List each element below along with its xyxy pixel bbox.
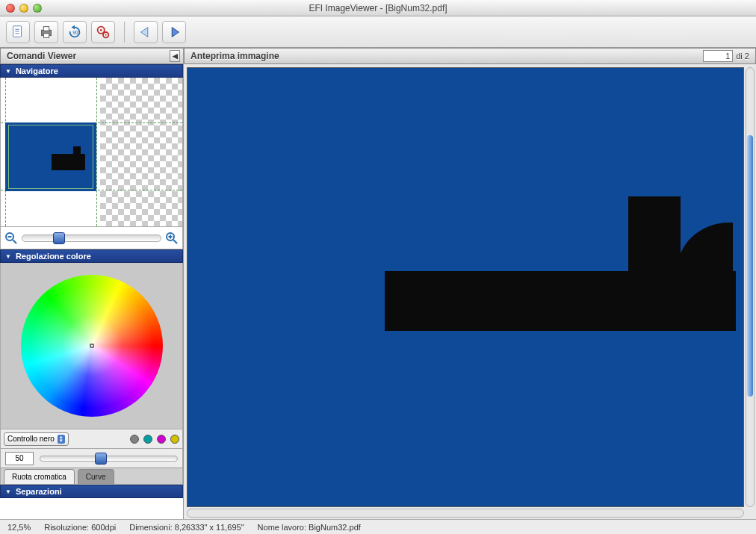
status-zoom: 12,5%: [7, 523, 31, 532]
disclosure-triangle-icon: ▼: [5, 488, 11, 495]
status-bar: 12,5% Risoluzione: 600dpi Dimensioni: 8,…: [0, 519, 756, 534]
page-number-input[interactable]: 1: [703, 50, 733, 62]
svg-line-16: [13, 240, 16, 243]
black-control-label: Controllo nero: [7, 435, 55, 443]
preview-canvas[interactable]: [187, 67, 744, 507]
zoom-in-icon: [165, 232, 179, 245]
color-wheel-cursor[interactable]: [90, 344, 93, 348]
color-value-input[interactable]: 50: [5, 452, 34, 465]
left-sidebar: Comandi Viewer ◀ ▼ Navigatore: [0, 48, 184, 519]
tab-color-wheel[interactable]: Ruota cromatica: [4, 469, 75, 484]
channel-dot-yellow[interactable]: [170, 435, 179, 444]
scrollbar-thumb[interactable]: [747, 135, 753, 397]
channel-dot-magenta[interactable]: [157, 435, 166, 444]
zoom-window-icon[interactable]: [33, 4, 42, 13]
toolbar-separator: [124, 22, 125, 43]
black-control-select[interactable]: Controllo nero ▲▼: [4, 432, 69, 446]
navigator-title: Navigatore: [16, 66, 58, 75]
settings-button[interactable]: [91, 21, 115, 43]
disclosure-triangle-icon: ▼: [5, 68, 11, 75]
select-arrows-icon: ▲▼: [58, 435, 65, 444]
page-content-shape: [628, 196, 681, 271]
zoom-out-icon: [4, 232, 18, 245]
svg-marker-14: [172, 27, 179, 37]
refresh-button[interactable]: 90°: [63, 21, 87, 43]
status-jobname: Nome lavoro: BigNum32.pdf: [258, 523, 361, 532]
window-title: EFI ImageViewer - [BigNum32.pdf]: [309, 3, 447, 13]
back-button[interactable]: [134, 21, 158, 43]
page-content-shape: [385, 271, 736, 331]
disclosure-triangle-icon: ▼: [5, 253, 11, 260]
zoom-slider-thumb[interactable]: [53, 232, 65, 244]
tab-curves[interactable]: Curve: [78, 469, 114, 484]
print-icon: [38, 24, 55, 40]
zoom-slider[interactable]: [22, 235, 161, 242]
preview-header: Anteprima immagine 1 di 2: [184, 48, 756, 64]
page-content-shape: [677, 223, 733, 275]
preview-canvas-area: [184, 64, 756, 519]
document-button[interactable]: [6, 21, 30, 43]
status-dimensions: Dimensioni: 8,26333" x 11,695": [129, 523, 244, 532]
gear-icon: [95, 24, 111, 40]
minimize-window-icon[interactable]: [19, 4, 28, 13]
page-total-label: di 2: [736, 52, 749, 60]
svg-marker-13: [141, 27, 148, 37]
separations-title: Separazioni: [16, 487, 62, 496]
zoom-out-button[interactable]: [4, 231, 19, 246]
zoom-in-button[interactable]: [164, 231, 179, 246]
document-icon: [10, 24, 26, 40]
viewer-commands-header: Comandi Viewer ◀: [0, 48, 183, 64]
svg-rect-5: [43, 26, 49, 31]
navigator-viewport-rect[interactable]: [8, 125, 93, 189]
color-tabs: Ruota cromatica Curve: [1, 468, 182, 484]
navigator-panel[interactable]: [0, 78, 183, 227]
svg-point-12: [105, 34, 107, 35]
channel-dot-cyan[interactable]: [143, 435, 152, 444]
separations-header[interactable]: ▼ Separazioni: [0, 485, 183, 498]
svg-text:90°: 90°: [72, 29, 80, 34]
slider-thumb[interactable]: [95, 453, 107, 465]
collapse-sidebar-button[interactable]: ◀: [170, 50, 180, 62]
forward-icon: [166, 24, 182, 40]
viewer-commands-title: Comandi Viewer: [7, 51, 76, 61]
zoom-controls: [0, 227, 183, 249]
color-value-slider[interactable]: [40, 456, 178, 462]
navigator-header[interactable]: ▼ Navigatore: [0, 64, 183, 78]
color-adjust-header[interactable]: ▼ Regolazione colore: [0, 249, 183, 263]
status-resolution: Risoluzione: 600dpi: [44, 523, 116, 532]
window-titlebar: EFI ImageViewer - [BigNum32.pdf]: [0, 0, 756, 16]
transparency-background: [100, 78, 182, 226]
print-button[interactable]: [34, 21, 58, 43]
vertical-scrollbar[interactable]: [746, 67, 755, 507]
main-toolbar: 90°: [0, 16, 756, 48]
svg-rect-6: [43, 33, 49, 37]
preview-title: Anteprima immagine: [190, 51, 279, 61]
color-adjust-title: Regolazione colore: [16, 252, 91, 261]
forward-button[interactable]: [162, 21, 186, 43]
guide-line: [96, 78, 97, 226]
svg-marker-7: [71, 25, 75, 29]
svg-point-10: [100, 28, 102, 31]
svg-line-19: [173, 240, 177, 243]
color-wheel[interactable]: [21, 275, 163, 417]
horizontal-scrollbar[interactable]: [187, 509, 744, 518]
back-icon: [137, 24, 154, 40]
color-wheel-area: [1, 263, 182, 429]
channel-dot-gray[interactable]: [130, 435, 139, 444]
refresh-icon: 90°: [66, 24, 83, 40]
close-window-icon[interactable]: [6, 4, 15, 13]
